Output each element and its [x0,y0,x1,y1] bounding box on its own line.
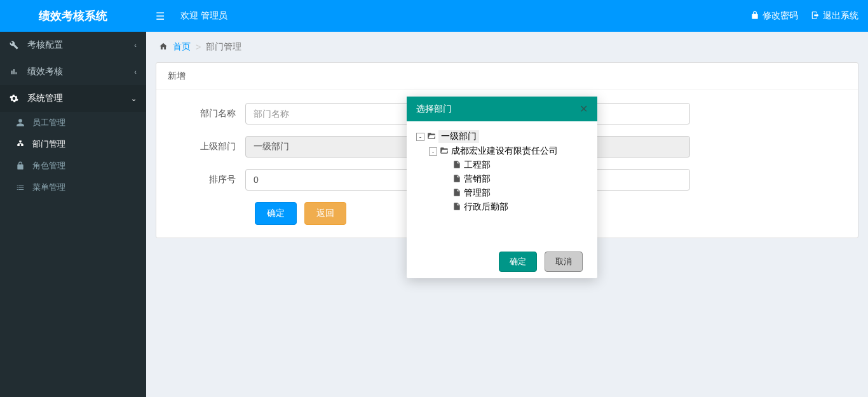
modal-title: 选择部门 [416,104,452,115]
tree-children-root: - 成都宏业建设有限责任公司 工程部 营销部 [416,144,588,214]
tree-label-leaf[interactable]: 工程部 [464,159,491,171]
tree-node-leaf[interactable]: 行政后勤部 [442,200,588,214]
file-icon [452,160,461,171]
submit-button[interactable]: 确定 [255,202,297,225]
file-icon [452,174,461,185]
tree-collapse-icon[interactable]: - [429,147,437,156]
chevron-down-icon: ⌄ [131,95,137,103]
subnav-label: 菜单管理 [32,182,65,193]
subnav-label: 角色管理 [32,160,65,172]
tree-node-leaf[interactable]: 工程部 [442,158,588,172]
nav-system-manage[interactable]: 系统管理 ⌄ [0,85,146,112]
file-icon [452,202,461,213]
modal-header: 选择部门 ✕ [407,97,597,121]
list-icon [16,183,29,192]
modal-body: - 一级部门 - 成都宏业建设有限责任公司 工程部 营销 [407,121,597,245]
tree-node-company[interactable]: - 成都宏业建设有限责任公司 [429,144,588,158]
subnav-label: 员工管理 [32,117,65,128]
modal-footer: 确定 取消 [407,245,597,278]
tree-label-leaf[interactable]: 营销部 [464,173,491,185]
subnav-label: 部门管理 [32,138,65,150]
topbar: ☰ 欢迎 管理员 修改密码 退出系统 [146,0,868,32]
lock-icon [16,161,29,170]
lock-icon [750,11,759,22]
nav-assessment-config[interactable]: 考核配置 ‹ [0,32,146,58]
chart-icon [10,67,22,76]
app-logo: 绩效考核系统 [0,0,146,32]
tree-node-leaf[interactable]: 营销部 [442,172,588,186]
tree-label-root[interactable]: 一级部门 [438,130,479,143]
nav-label: 考核配置 [27,39,63,51]
change-password-link[interactable]: 修改密码 [750,10,798,22]
file-icon [452,188,461,199]
home-icon [159,42,168,53]
chevron-left-icon: ‹ [134,41,137,49]
back-button[interactable]: 返回 [304,202,346,225]
subnav-dept-manage[interactable]: 部门管理 [0,133,146,155]
breadcrumb-separator: > [196,42,201,52]
tree-label-leaf[interactable]: 管理部 [464,187,491,199]
breadcrumb: 首页 > 部门管理 [146,32,868,62]
panel-title: 新增 [156,63,858,90]
subnav-employee-manage[interactable]: 员工管理 [0,112,146,133]
tree-label-company[interactable]: 成都宏业建设有限责任公司 [451,145,558,157]
tree-node-root[interactable]: - 一级部门 [416,129,588,144]
wrench-icon [10,41,22,50]
sitemap-icon [16,140,29,149]
breadcrumb-home[interactable]: 首页 [173,41,191,53]
sidebar: 绩效考核系统 考核配置 ‹ 绩效考核 ‹ 系统管理 ⌄ 员工管理 部门管理 [0,0,146,397]
select-dept-modal: 选择部门 ✕ - 一级部门 - 成都宏业建设有限责任公司 工程部 [407,97,597,278]
hamburger-icon[interactable]: ☰ [156,10,165,22]
subnav-role-manage[interactable]: 角色管理 [0,155,146,177]
welcome-text: 欢迎 管理员 [180,10,738,22]
gear-icon [10,94,22,103]
modal-ok-button[interactable]: 确定 [499,252,537,272]
nav-label: 系统管理 [27,93,63,104]
close-icon[interactable]: ✕ [580,103,588,115]
folder-open-icon [427,131,436,142]
logout-icon [811,11,820,22]
nav-label: 绩效考核 [27,66,63,77]
tree-collapse-icon[interactable]: - [416,133,424,141]
tree-node-leaf[interactable]: 管理部 [442,186,588,200]
nav-performance[interactable]: 绩效考核 ‹ [0,58,146,85]
parent-dept-label: 上级部门 [169,141,245,152]
tree-label-leaf[interactable]: 行政后勤部 [464,201,508,213]
chevron-left-icon: ‹ [134,68,137,76]
sort-label: 排序号 [169,174,245,185]
folder-open-icon [440,146,449,157]
dept-name-label: 部门名称 [169,108,245,119]
user-icon [16,118,29,127]
tree-children-company: 工程部 营销部 管理部 行政后勤部 [429,158,588,214]
breadcrumb-current: 部门管理 [206,41,241,53]
subnav-menu-manage[interactable]: 菜单管理 [0,177,146,198]
logout-link[interactable]: 退出系统 [811,10,858,22]
modal-cancel-button[interactable]: 取消 [545,252,583,272]
